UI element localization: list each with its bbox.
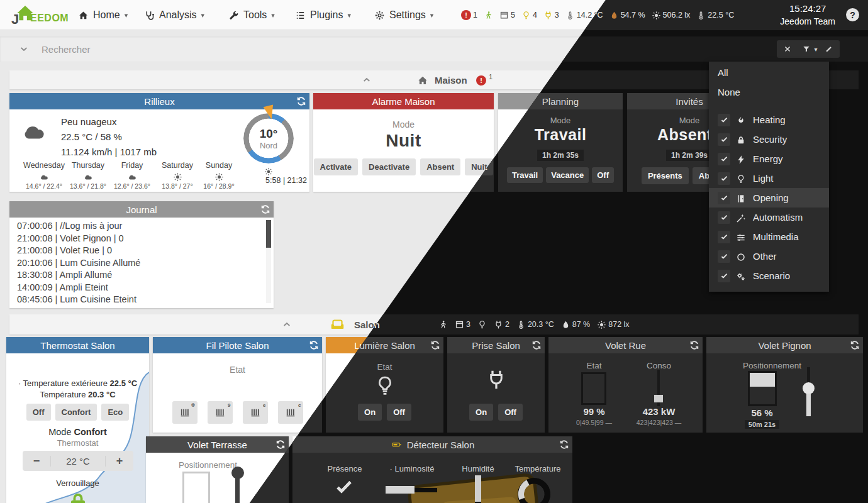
caret-down-icon: ▾ [430, 11, 434, 19]
plus-button[interactable]: + [106, 455, 133, 468]
chevron-up-icon[interactable] [282, 319, 292, 329]
position-label: Positionnement [694, 361, 850, 370]
presents-button[interactable]: Présents [642, 167, 689, 184]
eco-button[interactable]: Eco [101, 404, 129, 421]
bulb-icon [521, 11, 531, 20]
radiator-mode-button[interactable]: e [243, 401, 268, 424]
menu-separator [709, 102, 829, 110]
close-icon [783, 45, 792, 53]
brand-text: EEDOM [30, 13, 69, 24]
thermometer-icon [696, 11, 706, 20]
user-name[interactable]: Jeedom Team [780, 15, 835, 28]
widget-title: Planning [542, 96, 579, 107]
position-slider-stem [806, 394, 811, 416]
plug-buttons: On Off [447, 404, 545, 421]
filter-item-none[interactable]: None [709, 82, 829, 102]
edit-button[interactable] [820, 40, 838, 58]
menu-settings[interactable]: Settings▾ [374, 0, 433, 30]
radiator-icon [214, 407, 226, 418]
filter-item-automatism[interactable]: Automatism [709, 207, 829, 227]
log-line: 21:00:08 | Volet Rue | 0 [17, 245, 260, 257]
plugs-status[interactable]: 3 [543, 11, 559, 20]
refresh-icon[interactable] [260, 204, 270, 214]
off-button[interactable]: Off [26, 404, 51, 421]
confort-button[interactable]: Confort [55, 404, 97, 421]
lights-status[interactable]: 4 [521, 11, 537, 20]
humidity-status[interactable]: 54.7 % [609, 11, 645, 20]
help-button[interactable]: ? [846, 8, 859, 21]
chevron-down-icon[interactable] [19, 44, 29, 54]
on-button[interactable]: On [469, 404, 493, 421]
filter-caret[interactable]: ▾ [812, 40, 820, 58]
filter-item-security[interactable]: Security [709, 130, 829, 149]
off-button[interactable]: Off [592, 167, 614, 183]
refresh-icon[interactable] [559, 439, 569, 450]
menu-analysis[interactable]: Analysis▾ [144, 0, 204, 30]
fil-pilote-buttons: ❆ 9 e c [153, 401, 322, 424]
presence-check-icon [334, 477, 354, 497]
light-buttons: On Off [326, 404, 443, 421]
position-slider-knob[interactable] [803, 382, 815, 394]
etat-range: 0|49.5|99 — [564, 419, 625, 426]
cloud-icon [111, 171, 153, 182]
refresh-icon[interactable] [689, 340, 699, 350]
refresh-icon[interactable] [296, 96, 306, 106]
chevron-up-icon[interactable] [362, 75, 372, 85]
widget-title: Journal [126, 204, 157, 215]
menu-home[interactable]: Home▾ [78, 0, 128, 30]
filter-item-scenario[interactable]: Scenario [709, 266, 829, 285]
conso-slider-knob[interactable] [654, 395, 663, 402]
menu-tools[interactable]: Tools▾ [228, 0, 275, 30]
filter-item-all[interactable]: All [709, 63, 829, 82]
position-slider-knob[interactable] [231, 467, 244, 479]
shutters-status[interactable]: 5 [499, 11, 515, 20]
refresh-icon[interactable] [850, 340, 860, 350]
journal-scrollbar [266, 220, 271, 303]
radiator-icon [250, 407, 261, 418]
drop-icon [561, 320, 570, 329]
alerts-status[interactable]: !1 [461, 10, 477, 20]
brightness-status[interactable]: 506.2 lx [652, 11, 691, 20]
position-value: 56 % [735, 407, 789, 418]
temperature2-status[interactable]: 22.5 °C [696, 11, 734, 20]
jeedom-logo[interactable]: J EEDOM [9, 3, 78, 28]
filter-item-opening[interactable]: Opening [709, 188, 829, 207]
deactivate-button[interactable]: Deactivate [362, 158, 416, 175]
search-input[interactable] [40, 40, 304, 58]
thermostat-mode-buttons: Off Confort Eco [6, 404, 149, 421]
filter-item-multimedia[interactable]: Multimedia [709, 227, 829, 246]
salon-status-icons: 3 2 20.3 °C 87 % 872 lx [438, 314, 630, 334]
filter-item-heating[interactable]: Heating [709, 110, 829, 130]
scrollbar-thumb[interactable] [266, 220, 271, 248]
on-button[interactable]: On [358, 404, 382, 421]
refresh-icon[interactable] [275, 439, 286, 450]
presence-status[interactable] [484, 11, 493, 20]
clear-filter-button[interactable] [778, 40, 797, 58]
activate-button[interactable]: Activate [314, 158, 359, 175]
couch-icon [329, 316, 346, 333]
refresh-icon[interactable] [309, 340, 319, 350]
minus-button[interactable]: − [23, 455, 50, 468]
radiator-mode-button[interactable]: c [278, 401, 303, 424]
vacance-button[interactable]: Vacance [546, 167, 589, 183]
filter-item-light[interactable]: Light [709, 169, 829, 188]
luminosite-label: · Luminosité [377, 464, 447, 473]
travail-button[interactable]: Travail [507, 167, 543, 183]
filter-item-other[interactable]: Other [709, 246, 829, 266]
radiator-mode-button[interactable]: ❆ [172, 401, 198, 424]
refresh-icon[interactable] [531, 340, 542, 350]
wrench-icon [228, 10, 239, 21]
absent-button[interactable]: Absent [420, 158, 460, 175]
off-button[interactable]: Off [498, 404, 523, 421]
radiator-mode-button[interactable]: 9 [208, 401, 233, 424]
forecast-day: Saturday 13.8° / 27° [157, 161, 198, 190]
widget-title: Volet Terrasse [187, 439, 247, 450]
refresh-icon[interactable] [430, 340, 440, 350]
check-icon [718, 153, 730, 165]
shutters-status: 3 [455, 320, 470, 329]
menu-plugins[interactable]: Plugins▾ [295, 0, 351, 30]
lock-icon[interactable] [6, 490, 149, 503]
maison-alert-badge[interactable]: ! [476, 74, 486, 86]
filter-item-energy[interactable]: Energy [709, 149, 829, 169]
off-button[interactable]: Off [387, 404, 411, 421]
